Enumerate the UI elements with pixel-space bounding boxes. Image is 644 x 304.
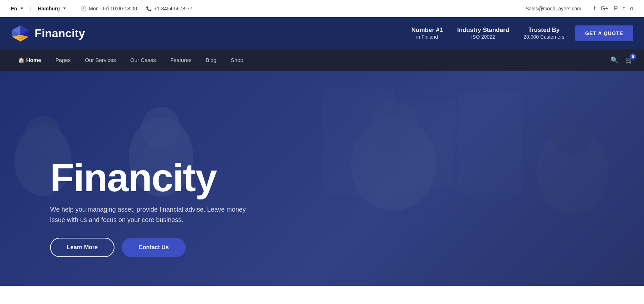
nav-link-blog[interactable]: Blog bbox=[199, 49, 224, 71]
hours-text: Mon - Fri 10:00-18:00 bbox=[89, 6, 137, 11]
nav-right: 🔍 🛒 0 bbox=[610, 56, 633, 64]
cart-badge: 0 bbox=[630, 53, 636, 60]
nav-link-home[interactable]: 🏠 Home bbox=[11, 49, 48, 71]
cart-icon[interactable]: 🛒 0 bbox=[625, 56, 633, 64]
hero-buttons: Learn More Contact Us bbox=[50, 238, 258, 257]
phone-text: +1-3454-5678-77 bbox=[154, 6, 192, 11]
social-icons: f G+ P t o bbox=[594, 5, 633, 12]
stat-trusted-sub: 20,000 Customers bbox=[523, 34, 564, 40]
top-bar-left: En Hamburg Mon - Fri 10:00-18:00 +1-3454… bbox=[11, 6, 518, 11]
nav-item-services[interactable]: Our Services bbox=[78, 49, 123, 71]
svg-point-9 bbox=[25, 116, 61, 155]
svg-rect-17 bbox=[401, 100, 454, 189]
hero-subtitle: We help you managing asset, provide fina… bbox=[50, 204, 258, 225]
instagram-icon[interactable]: o bbox=[630, 5, 633, 12]
phone-info: +1-3454-5678-77 bbox=[146, 6, 192, 11]
nav-link-features[interactable]: Features bbox=[163, 49, 199, 71]
nav-item-blog[interactable]: Blog bbox=[199, 49, 224, 71]
hours-info: Mon - Fri 10:00-18:00 bbox=[80, 6, 137, 11]
nav-link-pages[interactable]: Pages bbox=[48, 49, 78, 71]
stat-number-one-sub: in Finland bbox=[416, 34, 438, 40]
site-header: Financity Number #1 in Finland Industry … bbox=[0, 17, 644, 49]
hero-content: Financity We help you managing asset, pr… bbox=[50, 158, 258, 257]
lang-chevron-icon bbox=[20, 8, 23, 9]
top-bar-right: Sales@GoodLayers.com f G+ P t o bbox=[526, 5, 633, 12]
facebook-icon[interactable]: f bbox=[594, 5, 595, 12]
google-plus-icon[interactable]: G+ bbox=[601, 5, 609, 12]
city-chevron-icon bbox=[63, 8, 66, 9]
lang-label: En bbox=[11, 6, 17, 11]
nav-item-cases[interactable]: Our Cases bbox=[123, 49, 163, 71]
nav-item-pages[interactable]: Pages bbox=[48, 49, 78, 71]
logo-area: Financity bbox=[11, 24, 411, 43]
svg-point-11 bbox=[141, 107, 181, 150]
top-bar: En Hamburg Mon - Fri 10:00-18:00 +1-3454… bbox=[0, 0, 644, 17]
twitter-icon[interactable]: t bbox=[623, 5, 625, 12]
city-label: Hamburg bbox=[38, 6, 60, 11]
pinterest-icon[interactable]: P bbox=[614, 5, 618, 12]
logo-icon bbox=[11, 24, 30, 43]
svg-rect-18 bbox=[458, 92, 522, 193]
city-selector[interactable]: Hamburg bbox=[38, 6, 73, 11]
nav-link-cases[interactable]: Our Cases bbox=[123, 49, 163, 71]
svg-point-15 bbox=[551, 108, 594, 155]
search-icon[interactable]: 🔍 bbox=[610, 56, 618, 64]
learn-more-button[interactable]: Learn More bbox=[50, 238, 114, 257]
nav-item-home[interactable]: 🏠 Home bbox=[11, 49, 48, 71]
lang-selector[interactable]: En bbox=[11, 6, 31, 11]
nav-link-services[interactable]: Our Services bbox=[78, 49, 123, 71]
email-link[interactable]: Sales@GoodLayers.com bbox=[526, 6, 581, 11]
phone-icon bbox=[146, 6, 152, 11]
nav-link-shop[interactable]: Shop bbox=[224, 49, 250, 71]
main-nav: 🏠 Home Pages Our Services Our Cases Feat… bbox=[0, 49, 644, 71]
stat-trusted-title: Trusted By bbox=[523, 26, 564, 34]
hero-section: Financity We help you managing asset, pr… bbox=[0, 71, 644, 286]
header-stats: Number #1 in Finland Industry Standard I… bbox=[411, 26, 565, 40]
nav-menu: 🏠 Home Pages Our Services Our Cases Feat… bbox=[11, 49, 610, 71]
stat-industry-title: Industry Standard bbox=[457, 26, 509, 34]
stat-industry-standard: Industry Standard ISO 20022 bbox=[457, 26, 509, 40]
nav-item-features[interactable]: Features bbox=[163, 49, 199, 71]
stat-trusted-by: Trusted By 20,000 Customers bbox=[523, 26, 564, 40]
top-bar-info: Mon - Fri 10:00-18:00 +1-3454-5678-77 bbox=[80, 6, 192, 11]
stat-industry-sub: ISO 20022 bbox=[471, 34, 495, 40]
contact-us-button[interactable]: Contact Us bbox=[122, 238, 185, 257]
logo-text: Financity bbox=[35, 27, 85, 40]
hero-title: Financity bbox=[50, 158, 258, 197]
clock-icon bbox=[80, 6, 87, 11]
stat-number-one-title: Number #1 bbox=[411, 26, 443, 34]
get-quote-button[interactable]: GET A QUOTE bbox=[575, 25, 633, 41]
nav-item-shop[interactable]: Shop bbox=[224, 49, 250, 71]
stat-number-one: Number #1 in Finland bbox=[411, 26, 443, 40]
svg-rect-16 bbox=[322, 89, 394, 196]
